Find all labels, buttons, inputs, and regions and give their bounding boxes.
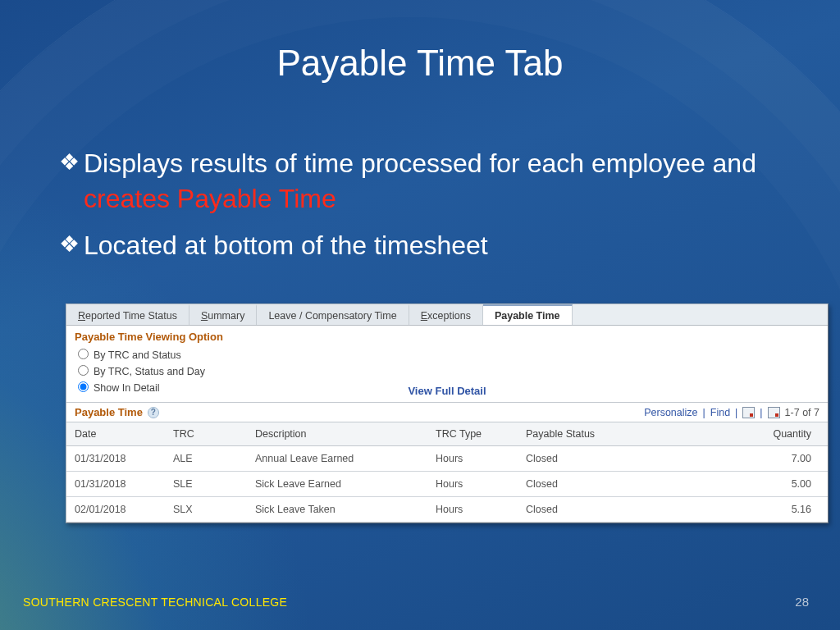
cell-trc-type: Hours: [427, 497, 518, 523]
personalize-link[interactable]: Personalize: [644, 407, 697, 418]
tab-mnemonic: E: [421, 310, 427, 322]
cell-date: 01/31/2018: [66, 472, 165, 497]
table-body: 01/31/2018 ALE Annual Leave Earned Hours…: [66, 446, 828, 523]
table-row: 01/31/2018 ALE Annual Leave Earned Hours…: [66, 446, 828, 472]
radio-label: By TRC and Status: [94, 349, 181, 361]
cell-status: Closed: [518, 472, 649, 497]
radio-label: Show In Detail: [94, 382, 160, 394]
col-description[interactable]: Description: [247, 422, 427, 446]
tab-bar: Reported Time Status Summary Leave / Com…: [66, 304, 828, 326]
tab-reported-time-status[interactable]: Reported Time Status: [66, 304, 189, 325]
download-icon[interactable]: [768, 407, 780, 418]
tab-leave-comp-time[interactable]: Leave / Compensatory Time: [257, 304, 409, 325]
tab-mnemonic: R: [78, 310, 85, 322]
table-row: 02/01/2018 SLX Sick Leave Taken Hours Cl…: [66, 497, 828, 523]
grid-title-wrap: Payable Time ?: [75, 406, 159, 418]
slide: Payable Time Tab ❖ Displays results of t…: [0, 0, 840, 630]
cell-status: Closed: [518, 497, 649, 523]
cell-description: Sick Leave Taken: [247, 497, 427, 523]
view-full-detail-link[interactable]: View Full Detail: [408, 385, 486, 397]
bullet-2: ❖ Located at bottom of the timesheet: [59, 228, 791, 263]
find-link[interactable]: Find: [710, 407, 730, 418]
bullet-2-text: Located at bottom of the timesheet: [84, 228, 791, 263]
bullet-1-pre: Displays results of time processed for e…: [84, 148, 756, 178]
zoom-icon[interactable]: [742, 407, 755, 418]
slide-body: ❖ Displays results of time processed for…: [59, 146, 791, 276]
cell-quantity: 5.16: [649, 497, 828, 523]
separator: |: [735, 407, 737, 418]
cell-description: Sick Leave Earned: [247, 472, 427, 497]
tab-payable-time[interactable]: Payable Time: [483, 304, 573, 325]
radio-input[interactable]: [78, 365, 89, 376]
tab-exceptions[interactable]: Exceptions: [409, 304, 483, 325]
payable-time-table: Date TRC Description TRC Type Payable St…: [66, 422, 828, 523]
embedded-screenshot: Reported Time Status Summary Leave / Com…: [66, 304, 829, 523]
cell-trc-type: Hours: [427, 446, 518, 472]
tab-summary[interactable]: Summary: [189, 304, 258, 325]
slide-title: Payable Time Tab: [0, 43, 840, 84]
cell-trc: ALE: [165, 446, 247, 472]
cell-quantity: 5.00: [649, 472, 828, 497]
cell-quantity: 7.00: [649, 446, 828, 472]
table-header-row: Date TRC Description TRC Type Payable St…: [66, 422, 828, 446]
bullet-1: ❖ Displays results of time processed for…: [59, 146, 791, 217]
footer-org: SOUTHERN CRESCENT TECHNICAL COLLEGE: [23, 596, 287, 609]
col-date[interactable]: Date: [66, 422, 165, 446]
row-range: 1-7 of 7: [785, 407, 819, 418]
page-number: 28: [795, 595, 809, 609]
separator: |: [760, 407, 762, 418]
cell-trc: SLX: [165, 497, 247, 523]
grid-title: Payable Time: [75, 406, 143, 418]
grid-toolbar: Personalize | Find | | 1-7 of 7: [644, 407, 819, 418]
viewing-option-radios: By TRC and Status By TRC, Status and Day…: [66, 345, 828, 402]
grid-header-bar: Payable Time ? Personalize | Find | | 1-…: [66, 402, 828, 422]
tab-mnemonic: S: [201, 310, 208, 322]
cell-date: 01/31/2018: [66, 446, 165, 472]
cell-date: 02/01/2018: [66, 497, 165, 523]
cell-trc-type: Hours: [427, 472, 518, 497]
table-row: 01/31/2018 SLE Sick Leave Earned Hours C…: [66, 472, 828, 497]
bullet-1-text: Displays results of time processed for e…: [84, 146, 791, 217]
viewing-option-title: Payable Time Viewing Option: [66, 326, 828, 345]
cell-description: Annual Leave Earned: [247, 446, 427, 472]
col-payable-status[interactable]: Payable Status: [518, 422, 649, 446]
col-trc[interactable]: TRC: [165, 422, 247, 446]
bullet-icon: ❖: [59, 228, 84, 263]
cell-trc: SLE: [165, 472, 247, 497]
separator: |: [703, 407, 705, 418]
radio-by-trc-status-day[interactable]: By TRC, Status and Day: [78, 363, 816, 379]
col-quantity[interactable]: Quantity: [649, 422, 828, 446]
radio-by-trc-status[interactable]: By TRC and Status: [78, 346, 816, 363]
radio-input[interactable]: [78, 381, 89, 392]
bullet-1-red: creates Payable Time: [84, 184, 336, 213]
bullet-icon: ❖: [59, 146, 84, 217]
help-icon[interactable]: ?: [148, 407, 159, 418]
cell-status: Closed: [518, 446, 649, 472]
radio-input[interactable]: [78, 349, 89, 359]
col-trc-type[interactable]: TRC Type: [427, 422, 518, 446]
radio-label: By TRC, Status and Day: [94, 366, 205, 377]
